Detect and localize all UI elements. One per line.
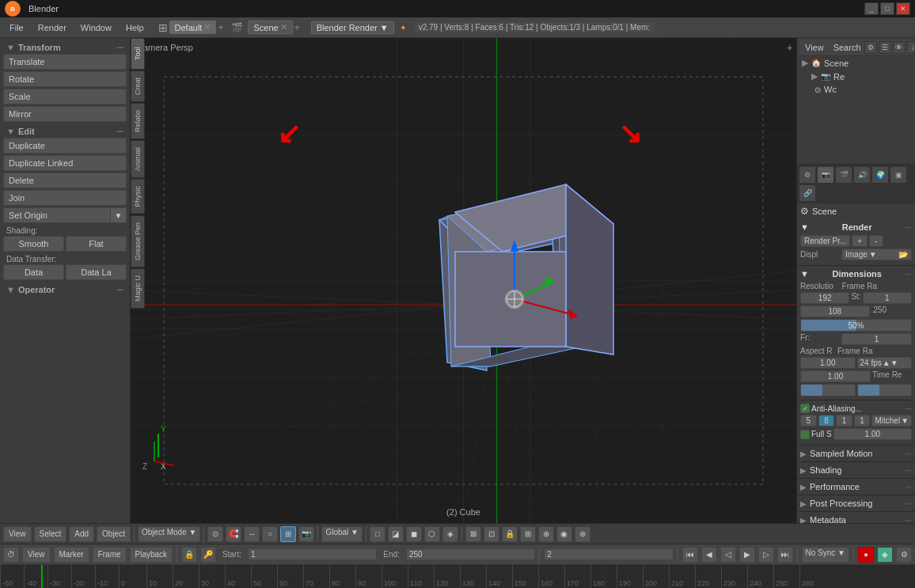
outliner-item-scene[interactable]: ▶ 🏠 Scene <box>799 56 913 70</box>
fr-val-input[interactable]: 1 <box>841 333 912 345</box>
filter-select[interactable]: Mitchel▼ <box>871 415 912 427</box>
fps-input[interactable]: 24 fps ▲▼ <box>857 357 913 369</box>
render-pr-btn[interactable]: Render Pr... <box>800 235 850 247</box>
viewport-corner[interactable]: + <box>787 41 793 54</box>
aa-val1[interactable]: 5 <box>800 415 817 427</box>
play-btn[interactable]: ▶ <box>739 547 755 563</box>
extra-btn1[interactable]: ⊕ <box>538 526 554 542</box>
sync-select[interactable]: No Sync ▼ <box>802 547 849 563</box>
performance-section-header[interactable]: ▶ Performance ··· <box>797 479 915 495</box>
side-tab-grease-pen[interactable]: Grease Pen <box>131 215 145 267</box>
translate-button[interactable]: Translate <box>3 54 127 70</box>
dimensions-section-header[interactable]: ▼ Dimensions ··· <box>800 269 912 279</box>
jump-start-btn[interactable]: ⏮ <box>682 547 698 563</box>
layer-btn[interactable]: ⊡ <box>484 526 499 542</box>
render-plus-btn[interactable]: + <box>852 235 868 247</box>
global-select[interactable]: Global ▼ <box>321 526 363 542</box>
full-s-checkbox[interactable] <box>800 430 810 439</box>
prop-tab-sound[interactable]: 🔊 <box>853 166 871 184</box>
set-origin-dropdown[interactable]: Set Origin ▼ <box>3 207 127 223</box>
side-tab-relatio[interactable]: Relatio <box>131 103 145 139</box>
record-btn[interactable]: ● <box>858 547 874 563</box>
vt-view-btn[interactable]: View <box>3 526 32 542</box>
prop-tab-render[interactable]: 📷 <box>817 166 834 184</box>
jump-end-btn[interactable]: ⏭ <box>777 547 793 563</box>
extra-btn3[interactable]: ⊛ <box>575 526 590 542</box>
proportional-btn[interactable]: ○ <box>262 526 278 542</box>
timeline-ruler[interactable]: -50 -40 -30 -20 -10 0 10 20 30 40 50 60 … <box>0 565 915 588</box>
duplicate-linked-button[interactable]: Duplicate Linked <box>3 155 127 171</box>
menu-window[interactable]: Window <box>74 21 118 34</box>
menu-file[interactable]: File <box>3 21 30 34</box>
post-processing-section-header[interactable]: ▶ Post Processing ··· <box>797 495 915 512</box>
prop-tab-constraints[interactable]: 🔗 <box>799 184 816 202</box>
extra-btn2[interactable]: ◉ <box>556 526 572 542</box>
smooth-button[interactable]: Smooth <box>3 236 64 252</box>
menu-help[interactable]: Help <box>120 21 150 34</box>
maximize-button[interactable]: □ <box>880 2 894 15</box>
tl-frame-input[interactable]: 2 <box>544 548 673 560</box>
tl-frame-btn[interactable]: Frame <box>93 547 127 563</box>
viewport[interactable]: Camera Persp + ↙ ↘ <box>131 38 796 523</box>
settings-btn[interactable]: ⚙ <box>896 547 912 563</box>
render-section-header[interactable]: ▼ Render ··· <box>800 222 912 232</box>
tl-playback-btn[interactable]: Playback <box>130 547 173 563</box>
lock-btn[interactable]: 🔒 <box>502 526 518 542</box>
outliner-icon-3[interactable]: 👁 <box>893 41 906 54</box>
close-button[interactable]: ✕ <box>896 2 910 15</box>
dim-slider1[interactable] <box>800 384 856 396</box>
green-btn[interactable]: ◆ <box>877 547 893 563</box>
tl-view-btn[interactable]: View <box>22 547 51 563</box>
render-mode-btn5[interactable]: ◈ <box>442 526 458 542</box>
outliner-icon-4[interactable]: ↓ <box>907 41 915 54</box>
render-mode-btn4[interactable]: ⬡ <box>424 526 440 542</box>
transform-btn[interactable]: ↔ <box>244 526 260 542</box>
reverse-play-btn[interactable]: ◁ <box>720 547 736 563</box>
prop-tab-object[interactable]: ▣ <box>890 166 907 184</box>
set-origin-arrow[interactable]: ▼ <box>111 207 127 223</box>
image-select[interactable]: Image ▼ 📂 <box>841 248 912 260</box>
percentage-slider[interactable]: 50% <box>800 319 912 332</box>
sampled-motion-header[interactable]: ▶ Sampled Motion ··· <box>800 449 912 458</box>
mode-select[interactable]: Object Mode ▼ <box>138 526 200 542</box>
keyframe-icon[interactable]: 🔑 <box>200 547 216 563</box>
render-minus-btn[interactable]: - <box>869 235 883 247</box>
width-input[interactable]: 192 <box>800 292 849 304</box>
delete-button[interactable]: Delete <box>3 173 127 188</box>
tl-end-input[interactable]: 250 <box>406 548 535 560</box>
transform-section-header[interactable]: ▼Transform ··· <box>3 41 127 54</box>
workspace-tab[interactable]: Default ✕ <box>169 21 217 34</box>
aa-val3[interactable]: 1 <box>836 415 852 427</box>
data-button[interactable]: Data <box>3 264 64 280</box>
side-tab-magic-u[interactable]: Magic U <box>131 268 145 309</box>
tl-start-input[interactable]: 1 <box>248 548 377 560</box>
outliner-item-wc[interactable]: ⊙ Wc <box>799 83 913 96</box>
renderer-select[interactable]: Blender Render ▼ <box>311 21 394 34</box>
start-val-input[interactable]: 1 <box>863 292 912 304</box>
aspect-r2-input[interactable]: 1.00 <box>800 370 871 382</box>
rotate-button[interactable]: Rotate <box>3 71 127 87</box>
mirror-button[interactable]: Mirror <box>3 106 127 122</box>
render-mode-btn3[interactable]: ◼ <box>406 526 422 542</box>
set-origin-main[interactable]: Set Origin <box>3 207 111 223</box>
vt-object-btn[interactable]: Object <box>97 526 131 542</box>
titlebar-controls[interactable]: _ □ ✕ <box>864 2 910 15</box>
dim-slider2[interactable] <box>857 384 913 396</box>
duplicate-button[interactable]: Duplicate <box>3 138 127 154</box>
render-mode-btn1[interactable]: □ <box>370 526 385 542</box>
scale-button[interactable]: Scale <box>3 89 127 104</box>
menu-render[interactable]: Render <box>32 21 73 34</box>
grid-btn[interactable]: ⊞ <box>520 526 536 542</box>
scene-tab[interactable]: Scene ✕ <box>248 21 292 34</box>
pivot-btn[interactable]: ⊙ <box>207 526 223 542</box>
snap-btn[interactable]: 🧲 <box>226 526 241 542</box>
tl-marker-btn[interactable]: Marker <box>54 547 89 563</box>
xray-btn[interactable]: ⊠ <box>465 526 481 542</box>
aa-val2[interactable]: 8 <box>818 415 835 427</box>
height-input[interactable]: 108 <box>800 305 870 317</box>
minimize-button[interactable]: _ <box>864 2 879 15</box>
side-tab-tool[interactable]: Tool <box>131 38 145 70</box>
search-menu[interactable]: Search <box>830 42 864 53</box>
shading-section-header[interactable]: ▶ Shading ··· <box>800 465 912 475</box>
aa-header[interactable]: ✓ Anti-Aliasing... ··· <box>800 404 912 413</box>
